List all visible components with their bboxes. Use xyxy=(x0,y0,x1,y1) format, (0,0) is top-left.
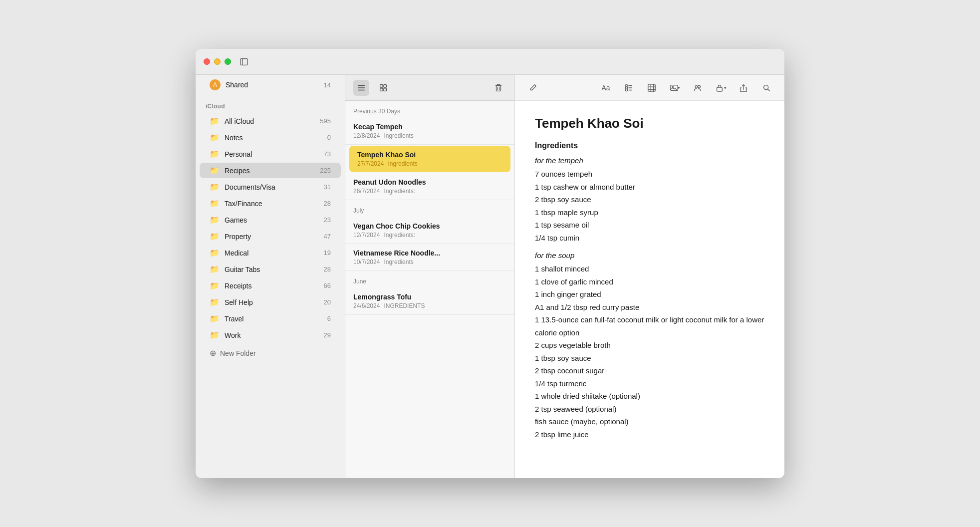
sidebar-label: Games xyxy=(225,216,319,224)
minimize-button[interactable] xyxy=(214,58,221,65)
app-window: A Shared 14 iCloud 📁 All iCloud 595 📁 No… xyxy=(196,49,784,478)
note-date: 26/7/2024 xyxy=(353,188,380,195)
note-item-kecap-tempeh[interactable]: Kecap Tempeh 12/8/2024 Ingredients xyxy=(345,118,514,145)
note-line: 1/4 tsp turmeric xyxy=(535,377,764,390)
sidebar-item-work[interactable]: 📁 Work 29 xyxy=(200,327,341,343)
note-italic-line: for the soup xyxy=(535,251,764,260)
edit-button[interactable] xyxy=(525,80,541,96)
font-icon: Aa xyxy=(601,84,610,92)
note-line: 1 13.5-ounce can full-fat coconut milk o… xyxy=(535,313,764,339)
svg-rect-5 xyxy=(380,84,383,87)
close-button[interactable] xyxy=(204,58,210,65)
note-line: 1 tsp sesame oil xyxy=(535,219,764,232)
note-date: 27/7/2024 xyxy=(357,160,384,167)
sidebar-item-medical[interactable]: 📁 Medical 19 xyxy=(200,245,341,261)
note-date: 24/6/2024 xyxy=(353,302,380,309)
sidebar-toggle-button[interactable] xyxy=(237,56,251,67)
svg-point-24 xyxy=(672,86,673,87)
note-line: 1 shallot minced xyxy=(535,263,764,275)
svg-point-25 xyxy=(695,85,698,88)
title-bar xyxy=(196,49,784,75)
lock-button[interactable]: ▾ xyxy=(713,80,729,96)
table-icon xyxy=(647,83,656,92)
svg-rect-0 xyxy=(241,58,247,65)
note-line: 1 tbsp soy sauce xyxy=(535,352,764,365)
note-item-vegan-choc[interactable]: Vegan Choc Chip Cookies 12/7/2024 Ingred… xyxy=(345,217,514,244)
note-date: 10/7/2024 xyxy=(353,259,380,265)
note-line: 2 tbsp coconut sugar xyxy=(535,364,764,377)
section-header-june: June xyxy=(345,271,514,288)
collaborate-button[interactable] xyxy=(690,80,706,96)
folder-icon: 📁 xyxy=(210,166,220,175)
maximize-button[interactable] xyxy=(225,58,231,65)
note-preview: INGREDIENTS xyxy=(384,302,425,309)
sidebar-count: 28 xyxy=(324,200,331,207)
note-title: Kecap Tempeh xyxy=(353,123,506,131)
delete-button[interactable] xyxy=(490,80,506,96)
sidebar-item-notes[interactable]: 📁 Notes 0 xyxy=(200,130,341,145)
note-list-content: Previous 30 Days Kecap Tempeh 12/8/2024 … xyxy=(345,101,514,478)
svg-rect-8 xyxy=(384,88,386,90)
note-title: Vietnamese Rice Noodle... xyxy=(353,249,506,257)
sidebar-item-receipts[interactable]: 📁 Receipts 66 xyxy=(200,278,341,293)
sidebar-item-recipes[interactable]: 📁 Recipes 225 xyxy=(200,163,341,178)
sidebar-item-shared[interactable]: A Shared 14 xyxy=(200,75,341,94)
note-line: fish sauce (maybe, optional) xyxy=(535,415,764,428)
grid-view-icon xyxy=(379,83,388,92)
note-date: 12/7/2024 xyxy=(353,232,380,239)
new-folder-button[interactable]: ⊕ New Folder xyxy=(200,344,341,362)
editor-content[interactable]: Tempeh Khao Soi Ingredients for the temp… xyxy=(515,101,784,478)
note-line: 1 inch ginger grated xyxy=(535,288,764,301)
sidebar-item-all-icloud[interactable]: 📁 All iCloud 595 xyxy=(200,113,341,129)
sidebar-label: All iCloud xyxy=(225,117,315,125)
note-italic-line: for the tempeh xyxy=(535,156,764,165)
note-list-toolbar xyxy=(345,75,514,101)
sidebar-item-personal[interactable]: 📁 Personal 73 xyxy=(200,146,341,162)
note-meta: 10/7/2024 Ingredients xyxy=(353,259,506,265)
table-button[interactable] xyxy=(644,80,660,96)
share-button[interactable] xyxy=(735,80,751,96)
sidebar-count: 19 xyxy=(324,249,331,257)
list-view-icon xyxy=(357,83,366,92)
note-item-tempeh-khao-soi[interactable]: Tempeh Khao Soi 27/7/2024 Ingredients xyxy=(349,146,510,172)
note-item-lemongrass-tofu[interactable]: Lemongrass Tofu 24/6/2024 INGREDIENTS xyxy=(345,288,514,315)
sidebar: A Shared 14 iCloud 📁 All iCloud 595 📁 No… xyxy=(196,75,345,478)
folder-icon: 📁 xyxy=(210,297,220,307)
svg-rect-27 xyxy=(717,87,722,91)
icloud-section-label: iCloud xyxy=(196,95,345,113)
checklist-button[interactable] xyxy=(621,80,637,96)
grid-view-button[interactable] xyxy=(375,80,391,96)
section-header-july: July xyxy=(345,200,514,217)
sidebar-item-self-help[interactable]: 📁 Self Help 20 xyxy=(200,294,341,310)
search-button[interactable] xyxy=(758,80,774,96)
folder-icon: 📁 xyxy=(210,314,220,323)
sidebar-item-games[interactable]: 📁 Games 23 xyxy=(200,212,341,228)
section-header-30days: Previous 30 Days xyxy=(345,101,514,118)
font-button[interactable]: Aa xyxy=(598,80,614,96)
sidebar-item-documents-visa[interactable]: 📁 Documents/Visa 31 xyxy=(200,179,341,195)
sidebar-count: 225 xyxy=(320,167,331,174)
sidebar-item-tax-finance[interactable]: 📁 Tax/Finance 28 xyxy=(200,196,341,211)
note-line: 2 tsp seaweed (optional) xyxy=(535,403,764,416)
note-meta: 27/7/2024 Ingredients xyxy=(357,160,502,167)
folder-icon: 📁 xyxy=(210,149,220,159)
sidebar-item-property[interactable]: 📁 Property 47 xyxy=(200,229,341,244)
sidebar-item-guitar-tabs[interactable]: 📁 Guitar Tabs 28 xyxy=(200,262,341,277)
note-list-panel: Previous 30 Days Kecap Tempeh 12/8/2024 … xyxy=(345,75,515,478)
sidebar-label: Guitar Tabs xyxy=(225,265,319,273)
sidebar-label: Documents/Visa xyxy=(225,183,319,191)
list-view-button[interactable] xyxy=(353,80,369,96)
svg-point-16 xyxy=(625,89,628,91)
note-item-vietnamese[interactable]: Vietnamese Rice Noodle... 10/7/2024 Ingr… xyxy=(345,244,514,271)
note-preview: Ingredients xyxy=(388,160,417,167)
folder-icon: 📁 xyxy=(210,330,220,340)
note-line: 1 tbsp maple syrup xyxy=(535,206,764,219)
note-preview: Ingredients xyxy=(384,132,413,139)
media-button[interactable]: ▾ xyxy=(667,80,683,96)
note-item-peanut-udon[interactable]: Peanut Udon Noodles 26/7/2024 Ingredient… xyxy=(345,173,514,200)
sidebar-label: Travel xyxy=(225,315,322,323)
note-line: 1 tsp cashew or almond butter xyxy=(535,181,764,194)
sidebar-item-travel[interactable]: 📁 Travel 6 xyxy=(200,311,341,326)
lock-icon xyxy=(715,83,724,92)
note-title: Tempeh Khao Soi xyxy=(357,151,502,159)
